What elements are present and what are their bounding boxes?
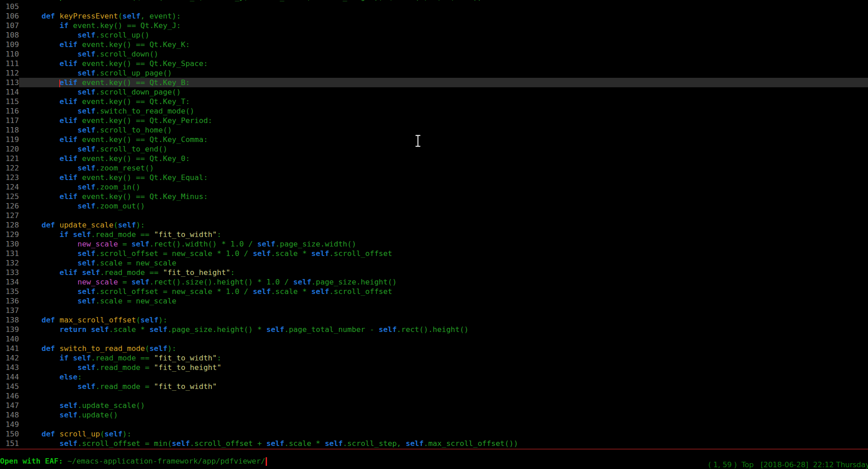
code-line[interactable]: 147 self.update_scale()	[0, 401, 868, 410]
code-line-text: self.zoom_reset()	[19, 163, 868, 173]
code-line[interactable]: 122 self.zoom_reset()	[0, 163, 868, 173]
code-line-text: return self.scale * self.page_size.heigh…	[19, 325, 868, 334]
code-line-text	[19, 420, 868, 429]
code-line[interactable]: 126 self.zoom_out()	[0, 201, 868, 211]
line-number: 108	[0, 30, 19, 40]
code-line[interactable]: 150 def scroll_up(self):	[0, 429, 868, 439]
code-line[interactable]: 113 elif event.key() == Qt.Key_B:	[0, 78, 868, 87]
code-line[interactable]: 139 return self.scale * self.page_size.h…	[0, 325, 868, 334]
code-line[interactable]: 111 elif event.key() == Qt.Key_Space:	[0, 59, 868, 68]
line-number: 150	[0, 429, 19, 439]
code-line-text: self.scale = new_scale	[19, 296, 868, 306]
code-line[interactable]: 128 def update_scale(self):	[0, 220, 868, 230]
code-line[interactable]: 109 elif event.key() == Qt.Key_K:	[0, 40, 868, 49]
line-number: 132	[0, 258, 19, 268]
line-number: 149	[0, 420, 19, 429]
line-number: 121	[0, 154, 19, 163]
awesome-tray-status: ( 1, 59 ) Top [2018-06-28] 22:12 Thursda…	[708, 460, 868, 469]
code-line[interactable]: 116 self.switch_to_read_mode()	[0, 106, 868, 116]
code-line[interactable]: 142 if self.read_mode == "fit_to_width":	[0, 353, 868, 363]
code-line[interactable]: 120 self.scroll_to_end()	[0, 144, 868, 154]
point-cursor	[59, 80, 60, 87]
code-line[interactable]: 105	[0, 2, 868, 11]
code-line[interactable]: 132 self.scale = new_scale	[0, 258, 868, 268]
code-line-text: self.scroll_up()	[19, 30, 868, 40]
code-line[interactable]: 107 if event.key() == Qt.Key_J:	[0, 21, 868, 30]
code-line[interactable]: 106 def keyPressEvent(self, event):	[0, 11, 868, 21]
line-number: 136	[0, 296, 19, 306]
line-number: 131	[0, 249, 19, 258]
line-number: 144	[0, 372, 19, 382]
code-line[interactable]: 148 self.update()	[0, 410, 868, 420]
code-line-text: def keyPressEvent(self, event):	[19, 11, 868, 21]
code-line-text: elif event.key() == Qt.Key_Minus:	[19, 192, 868, 201]
code-line-text: new_scale = self.rect().width() * 1.0 / …	[19, 239, 868, 249]
line-number: 105	[0, 2, 19, 11]
code-line[interactable]: 144 else:	[0, 372, 868, 382]
code-line-text: self.scroll_offset = new_scale * 1.0 / s…	[19, 287, 868, 296]
line-number: 142	[0, 353, 19, 363]
code-line[interactable]: 125 elif event.key() == Qt.Key_Minus:	[0, 192, 868, 201]
line-number: 148	[0, 410, 19, 420]
line-number: 139	[0, 325, 19, 334]
code-buffer[interactable]: painter.drawRect(QRect(render_x, render_…	[0, 0, 868, 448]
code-line[interactable]: 130 new_scale = self.rect().width() * 1.…	[0, 239, 868, 249]
code-line-text: self.update()	[19, 410, 868, 420]
code-line[interactable]: 145 self.read_mode = "fit_to_width"	[0, 382, 868, 391]
code-line[interactable]: 137	[0, 306, 868, 315]
line-number: 141	[0, 344, 19, 353]
code-line[interactable]: 127	[0, 211, 868, 220]
code-line[interactable]: 124 self.zoom_in()	[0, 182, 868, 192]
code-line-text: else:	[19, 372, 868, 382]
code-line-text	[19, 334, 868, 344]
line-number: 109	[0, 40, 19, 49]
code-line-text: self.scroll_up_page()	[19, 68, 868, 78]
code-line[interactable]: 131 self.scroll_offset = new_scale * 1.0…	[0, 249, 868, 258]
code-line[interactable]: 114 self.scroll_down_page()	[0, 87, 868, 97]
line-number: 106	[0, 11, 19, 21]
code-line[interactable]: 135 self.scroll_offset = new_scale * 1.0…	[0, 287, 868, 296]
code-line[interactable]: 141 def switch_to_read_mode(self):	[0, 344, 868, 353]
code-line-text: if event.key() == Qt.Key_J:	[19, 21, 868, 30]
code-line-text: self.scroll_offset = min(self.scroll_off…	[19, 439, 868, 448]
code-line[interactable]: 138 def max_scroll_offset(self):	[0, 315, 868, 325]
code-line-text: def switch_to_read_mode(self):	[19, 344, 868, 353]
line-number: 118	[0, 125, 19, 135]
minibuffer-input[interactable]: ~/emacs-application-framework/app/pdfvie…	[67, 457, 265, 465]
line-number: 126	[0, 201, 19, 211]
code-line-text: elif event.key() == Qt.Key_0:	[19, 154, 868, 163]
code-line[interactable]: 123 elif event.key() == Qt.Key_Equal:	[0, 173, 868, 182]
code-line[interactable]: 133 elif self.read_mode == "fit_to_heigh…	[0, 268, 868, 277]
code-line[interactable]: 121 elif event.key() == Qt.Key_0:	[0, 154, 868, 163]
line-number: 110	[0, 49, 19, 59]
code-line[interactable]: 129 if self.read_mode == "fit_to_width":	[0, 230, 868, 239]
code-line-text: elif event.key() == Qt.Key_Equal:	[19, 173, 868, 182]
code-line[interactable]: 151 self.scroll_offset = min(self.scroll…	[0, 439, 868, 448]
line-number: 107	[0, 21, 19, 30]
code-line[interactable]: 134 new_scale = self.rect().size().heigh…	[0, 277, 868, 287]
code-line[interactable]: 108 self.scroll_up()	[0, 30, 868, 40]
minibuffer-line: Open with EAF: ~/emacs-application-frame…	[0, 456, 267, 466]
line-number: 117	[0, 116, 19, 125]
code-line[interactable]: 118 self.scroll_to_home()	[0, 125, 868, 135]
code-line[interactable]: 110 self.scroll_down()	[0, 49, 868, 59]
code-line[interactable]: 143 self.read_mode = "fit_to_height"	[0, 363, 868, 372]
code-line-text: self.read_mode = "fit_to_height"	[19, 363, 868, 372]
code-line[interactable]: 146	[0, 391, 868, 401]
code-line[interactable]: 136 self.scale = new_scale	[0, 296, 868, 306]
code-line-text: if self.read_mode == "fit_to_width":	[19, 353, 868, 363]
code-line[interactable]: 115 elif event.key() == Qt.Key_T:	[0, 97, 868, 106]
line-number: 146	[0, 391, 19, 401]
code-line-text: elif self.read_mode == "fit_to_height":	[19, 268, 868, 277]
code-line[interactable]: 140	[0, 334, 868, 344]
code-line-text: def update_scale(self):	[19, 220, 868, 230]
code-line[interactable]: 112 self.scroll_up_page()	[0, 68, 868, 78]
code-line[interactable]: 149	[0, 420, 868, 429]
code-line-text: if self.read_mode == "fit_to_width":	[19, 230, 868, 239]
code-line[interactable]: 117 elif event.key() == Qt.Key_Period:	[0, 116, 868, 125]
code-line-text	[19, 2, 868, 11]
minibuffer[interactable]: Open with EAF: ~/emacs-application-frame…	[0, 450, 868, 469]
code-line[interactable]: 119 elif event.key() == Qt.Key_Comma:	[0, 135, 868, 144]
minibuffer-text-cursor	[266, 457, 267, 466]
line-number: 120	[0, 144, 19, 154]
